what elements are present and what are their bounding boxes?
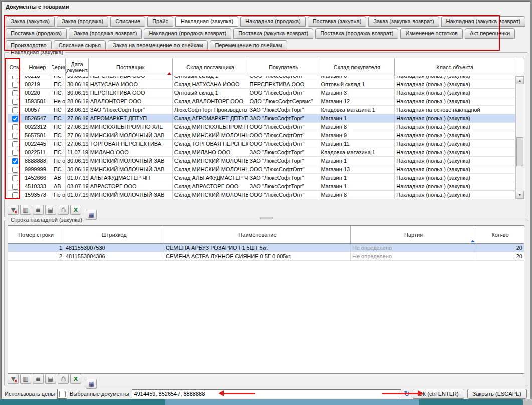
tab[interactable]: Изменение остатков	[400, 28, 463, 39]
list-item[interactable]: 1 4811553007530 СЕМЕНА АРБУЗ РОЗАРИО F1 …	[8, 244, 524, 252]
header-barcode[interactable]: Штрихкод	[64, 226, 164, 243]
tab[interactable]: Заказ (продажа)	[57, 16, 108, 27]
cell-buyer-store: Магазин 1	[319, 174, 395, 182]
header-date[interactable]: Дата документа	[66, 58, 89, 76]
cell-batch: Не определено	[351, 252, 476, 261]
tab[interactable]: Акт переоценки	[465, 28, 515, 39]
cell-supplier-store: Склад АЛЬГАФУДМАСТЕР Ч	[173, 174, 248, 182]
row-checkbox[interactable]	[12, 150, 18, 156]
header-buyer-store[interactable]: Склад покупателя	[319, 58, 395, 76]
header-obj-class[interactable]: Класс объекта	[395, 58, 515, 76]
header-batch[interactable]: Партия	[351, 226, 476, 243]
grid-settings-icon[interactable]: ▦	[86, 379, 97, 389]
tab[interactable]: Накладная (продажа)	[240, 16, 305, 27]
table-row[interactable]: 1452666 АВ 01.07.19 АЛЬГАФУДМАСТЕР ЧП Ск…	[8, 174, 515, 182]
scroll-thumb[interactable]	[516, 137, 523, 166]
tab[interactable]: Поставка (продажа-возврат)	[315, 28, 398, 39]
list-item[interactable]: 2 4811553004386 СЕМЕНА АСТРА ЛУННОЕ СИЯН…	[8, 252, 524, 261]
filter-icon[interactable]: ▼	[8, 205, 19, 215]
table-row[interactable]: 1593581 Не о 28.06.19 АВАЛОНТОРГ ООО Скл…	[8, 97, 515, 106]
table-row[interactable]: 00218 ПС 30.06.19 ПЕРСПЕКТИВА ООО Оптовы…	[8, 76, 515, 80]
cell-obj-class: Накладная (польз.) (закупка)	[395, 182, 515, 191]
header-qty[interactable]: Кол-во	[476, 226, 524, 243]
lines-rows: 1 4811553007530 СЕМЕНА АРБУЗ РОЗАРИО F1 …	[8, 244, 524, 261]
columns-icon[interactable]: ▥	[20, 205, 31, 215]
tab[interactable]: Накладная (закупка)	[175, 16, 238, 27]
table-row[interactable]: 0022445 ПС 27.06.19 ТОРГОВАЯ ПЕРСПЕКТИВА…	[8, 140, 515, 148]
print-icon[interactable]: ⎙	[58, 374, 69, 384]
row-checkbox[interactable]	[12, 141, 18, 147]
table-row[interactable]: 5657581 ПС 27.06.19 МИНСКИЙ МОЛОЧНЫЙ ЗАВ…	[8, 131, 515, 140]
table-row[interactable]: 0022511 ПС 11.07.19 МИЛАНО ООО Склад МИЛ…	[8, 148, 515, 157]
header-mark[interactable]: Отм.	[8, 58, 23, 76]
tab[interactable]: Заказ (закупка)	[6, 16, 55, 27]
table-row[interactable]: 1593578 Не о 01.07.19 МИНСКИЙ МОЛОЧНЫЙ З…	[8, 191, 515, 199]
numbered-list-icon[interactable]: ≣	[33, 374, 44, 384]
cell-name: СЕМЕНА АРБУЗ РОЗАРИО F1 5ШТ 5кг.	[164, 244, 351, 252]
table-row[interactable]: 00220 ПС 30.06.19 ПЕРСПЕКТИВА ООО Оптовы…	[8, 89, 515, 97]
cell-series: АВ	[52, 182, 66, 191]
row-checkbox[interactable]	[12, 76, 18, 79]
table-row[interactable]: 9999999 ПС 30.06.19 МИНСКИЙ МОЛОЧНЫЙ ЗАВ…	[8, 165, 515, 174]
table-row[interactable]: 8888888 Не о 30.06.19 МИНСКИЙ МОЛОЧНЫЙ З…	[8, 157, 515, 165]
row-checkbox[interactable]	[12, 124, 18, 130]
splitter-handle[interactable]	[260, 217, 273, 219]
row-checkbox[interactable]	[12, 99, 18, 105]
row-checkbox[interactable]	[12, 107, 18, 113]
refresh-icon[interactable]: ↻	[404, 390, 410, 398]
documents-dialog: Документы с товарами Заказ (закупка)Зака…	[1, 1, 530, 399]
header-number[interactable]: Номер	[23, 58, 52, 76]
tab[interactable]: Перемещение по ячейкам	[210, 40, 287, 51]
tab[interactable]: Поставка (продажа)	[6, 28, 67, 39]
table-row[interactable]: 00057 ПС 28.06.19 ЗАО "ЛюксСофтТорг" Люк…	[8, 106, 515, 114]
invoice-scrollbar[interactable]: ▲ ▼	[515, 76, 524, 199]
row-checkbox[interactable]	[12, 167, 18, 173]
row-checkbox[interactable]	[12, 184, 18, 190]
cards-icon[interactable]: ▤	[45, 205, 56, 215]
lines-table-body: 1 4811553007530 СЕМЕНА АРБУЗ РОЗАРИО F1 …	[8, 244, 524, 374]
row-checkbox[interactable]	[12, 133, 18, 139]
tab[interactable]: Заказ на перемещение по ячейкам	[108, 40, 208, 51]
filter-icon[interactable]: ▼	[8, 374, 19, 384]
cards-icon[interactable]: ▤	[45, 374, 56, 384]
row-checkbox[interactable]	[12, 158, 18, 164]
tab[interactable]: Прайс	[147, 16, 173, 27]
tab[interactable]: Заказ (закупка-возврат)	[368, 16, 439, 27]
tab[interactable]: Списание	[110, 16, 145, 27]
header-line-no[interactable]: Номер строки	[8, 226, 64, 243]
columns-icon[interactable]: ▥	[20, 374, 31, 384]
ok-button[interactable]: ОК (ctrl ENTER)	[413, 389, 464, 399]
row-checkbox[interactable]	[12, 90, 18, 96]
cell-mark	[8, 76, 23, 80]
header-supplier[interactable]: Поставщик	[89, 58, 173, 76]
excel-export-icon[interactable]: X	[70, 205, 81, 215]
table-row[interactable]: 0022312 ПС 27.06.19 МИНСКХЛЕБПРОМ ПО ХЛЕ…	[8, 123, 515, 131]
print-icon[interactable]: ⎙	[58, 205, 69, 215]
excel-export-icon[interactable]: X	[70, 374, 81, 384]
table-row[interactable]: 4510333 АВ 03.07.19 АВРАСТОРГ ООО Склад …	[8, 182, 515, 191]
numbered-list-icon[interactable]: ≣	[33, 205, 44, 215]
selected-docs-input[interactable]	[132, 389, 401, 398]
cell-supplier-store: Склад НАТУСАНА ИООО	[173, 80, 248, 89]
tab[interactable]: Поставка (закупка-возврат)	[233, 28, 313, 39]
use-prices-checkbox[interactable]	[59, 391, 66, 397]
table-row[interactable]: 8526547 ПС 27.06.19 АГРОМАРКЕТ ДПТУП Скл…	[8, 114, 515, 123]
header-buyer[interactable]: Покупатель	[248, 58, 320, 76]
scroll-up-icon[interactable]: ▲	[516, 76, 524, 84]
close-button[interactable]: Закрыть (ESCAPE)	[467, 389, 527, 399]
header-series[interactable]: Серия	[52, 58, 66, 76]
header-supplier-store[interactable]: Склад поставщика	[173, 58, 248, 76]
tab[interactable]: Накладная (продажа-возврат)	[144, 28, 231, 39]
header-name[interactable]: Наименование	[164, 226, 351, 243]
row-checkbox[interactable]	[12, 82, 18, 88]
tab[interactable]: Накладная (закупка-возврат)	[441, 16, 526, 27]
tab[interactable]: Поставка (закупка)	[308, 16, 367, 27]
cell-obj-class: Накладная (польз.) (закупка)	[395, 148, 515, 157]
scroll-down-icon[interactable]: ▼	[516, 191, 524, 199]
tab[interactable]: Заказ (продажа-возврат)	[69, 28, 142, 39]
row-checkbox[interactable]	[12, 192, 18, 198]
row-checkbox[interactable]	[12, 175, 18, 181]
table-row[interactable]: 00219 ПС 30.06.19 НАТУСАНА ИООО Склад НА…	[8, 80, 515, 89]
row-checkbox[interactable]	[12, 116, 18, 122]
cell-number: 00220	[23, 89, 52, 97]
